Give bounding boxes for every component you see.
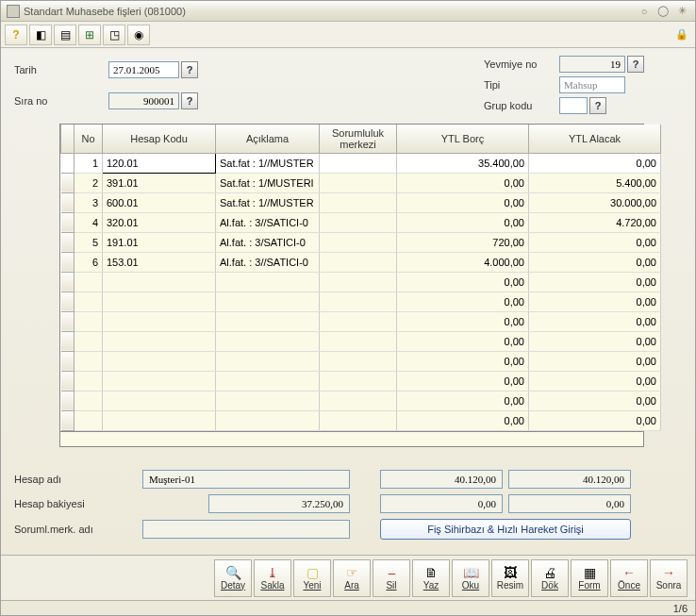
ara-button[interactable]: ☞Ara: [333, 559, 371, 597]
sil-button[interactable]: ‒Sil: [373, 559, 410, 597]
cell-no[interactable]: [75, 351, 103, 371]
row-selector[interactable]: [61, 351, 75, 371]
sirano-lookup-button[interactable]: ?: [181, 92, 198, 109]
col-hesap[interactable]: Hesap Kodu: [103, 125, 216, 153]
cell-borc[interactable]: 0,00: [397, 173, 529, 192]
sirano-input[interactable]: [108, 92, 179, 109]
table-row[interactable]: 0,000,00: [61, 291, 661, 311]
cell-hesap[interactable]: [103, 371, 216, 391]
cell-aciklama[interactable]: [216, 331, 320, 351]
cell-alacak[interactable]: 0,00: [529, 272, 661, 291]
cell-aciklama[interactable]: [216, 410, 320, 430]
cell-borc[interactable]: 0,00: [397, 351, 529, 371]
cell-aciklama[interactable]: Al.fat. : 3/SATICI-0: [216, 232, 320, 252]
cell-alacak[interactable]: 30.000,00: [529, 192, 661, 212]
row-selector[interactable]: [61, 232, 75, 252]
cell-borc[interactable]: 720,00: [397, 232, 529, 252]
row-selector[interactable]: [61, 371, 75, 391]
tipi-input[interactable]: [559, 76, 625, 93]
lock-icon[interactable]: 🔒: [672, 25, 691, 44]
cell-borc[interactable]: 0,00: [397, 371, 529, 391]
cell-hesap[interactable]: 600.01: [103, 192, 216, 212]
form-button[interactable]: ▦Form: [571, 559, 608, 597]
cell-alacak[interactable]: 0,00: [529, 410, 661, 430]
table-row[interactable]: 0,000,00: [61, 391, 661, 410]
cell-alacak[interactable]: 0,00: [529, 311, 661, 331]
cell-hesap[interactable]: [103, 272, 216, 291]
cell-no[interactable]: [75, 371, 103, 391]
cell-sorumluluk[interactable]: [320, 212, 397, 232]
tool-btn-5[interactable]: ◳: [103, 25, 125, 45]
tool-btn-6[interactable]: ◉: [127, 25, 150, 45]
close-icon[interactable]: ✳: [674, 4, 689, 19]
row-selector[interactable]: [61, 153, 75, 173]
wizard-button[interactable]: Fiş Sihirbazı & Hızlı Hareket Girişi: [380, 519, 631, 540]
table-row[interactable]: 0,000,00: [61, 410, 661, 430]
cell-hesap[interactable]: [103, 391, 216, 410]
sonra-button[interactable]: →Sonra: [650, 559, 688, 597]
entries-grid[interactable]: No Hesap Kodu Açıklama Sorumluluk merkez…: [59, 124, 644, 447]
table-row[interactable]: 4320.01Al.fat. : 3//SATICI-00,004.720,00: [61, 212, 661, 232]
cell-borc[interactable]: 0,00: [397, 331, 529, 351]
table-row[interactable]: 0,000,00: [61, 311, 661, 331]
cell-hesap[interactable]: 191.01: [103, 232, 216, 252]
cell-no[interactable]: 2: [75, 173, 103, 192]
cell-hesap[interactable]: 320.01: [103, 212, 216, 232]
row-selector[interactable]: [61, 173, 75, 192]
row-selector[interactable]: [61, 311, 75, 331]
cell-alacak[interactable]: 0,00: [529, 252, 661, 272]
cell-hesap[interactable]: 120.01: [103, 153, 216, 173]
cell-aciklama[interactable]: [216, 272, 320, 291]
table-row[interactable]: 0,000,00: [61, 272, 661, 291]
cell-sorumluluk[interactable]: [320, 192, 397, 212]
cell-sorumluluk[interactable]: [320, 371, 397, 391]
grup-lookup-button[interactable]: ?: [589, 97, 606, 114]
table-row[interactable]: 3600.01Sat.fat : 1//MUSTER0,0030.000,00: [61, 192, 661, 212]
cell-borc[interactable]: 0,00: [397, 272, 529, 291]
yevmiye-input[interactable]: [559, 56, 625, 73]
cell-alacak[interactable]: 0,00: [529, 331, 661, 351]
maximize-icon[interactable]: ◯: [655, 4, 671, 19]
table-row[interactable]: 0,000,00: [61, 351, 661, 371]
cell-sorumluluk[interactable]: [320, 331, 397, 351]
cell-sorumluluk[interactable]: [320, 291, 397, 311]
cell-alacak[interactable]: 0,00: [529, 153, 661, 173]
cell-hesap[interactable]: [103, 351, 216, 371]
cell-sorumluluk[interactable]: [320, 153, 397, 173]
cell-borc[interactable]: 0,00: [397, 192, 529, 212]
table-row[interactable]: 1120.01Sat.fat : 1//MUSTER35.400,000,00: [61, 153, 661, 173]
cell-borc[interactable]: 0,00: [397, 291, 529, 311]
cell-no[interactable]: [75, 291, 103, 311]
row-selector[interactable]: [61, 192, 75, 212]
row-selector[interactable]: [61, 212, 75, 232]
cell-no[interactable]: [75, 331, 103, 351]
col-alacak[interactable]: YTL Alacak: [529, 125, 661, 153]
oku-button[interactable]: 📖Oku: [452, 559, 489, 597]
cell-aciklama[interactable]: Al.fat. : 3//SATICI-0: [216, 252, 320, 272]
cell-no[interactable]: 5: [75, 232, 103, 252]
row-selector[interactable]: [61, 252, 75, 272]
minimize-icon[interactable]: ○: [637, 4, 652, 19]
cell-alacak[interactable]: 4.720,00: [529, 212, 661, 232]
col-sorumluluk[interactable]: Sorumluluk merkezi: [320, 125, 397, 153]
cell-aciklama[interactable]: Sat.fat : 1/MUSTERI: [216, 173, 320, 192]
cell-sorumluluk[interactable]: [320, 391, 397, 410]
cell-aciklama[interactable]: [216, 311, 320, 331]
cell-hesap[interactable]: [103, 291, 216, 311]
cell-hesap[interactable]: [103, 311, 216, 331]
cell-borc[interactable]: 35.400,00: [397, 153, 529, 173]
cell-sorumluluk[interactable]: [320, 351, 397, 371]
cell-no[interactable]: 6: [75, 252, 103, 272]
grup-input[interactable]: [559, 97, 588, 114]
cell-no[interactable]: [75, 311, 103, 331]
cell-aciklama[interactable]: [216, 351, 320, 371]
cell-alacak[interactable]: 0,00: [529, 391, 661, 410]
cell-aciklama[interactable]: Al.fat. : 3//SATICI-0: [216, 212, 320, 232]
row-selector[interactable]: [61, 391, 75, 410]
cell-borc[interactable]: 0,00: [397, 391, 529, 410]
yevmiye-lookup-button[interactable]: ?: [627, 56, 644, 73]
cell-aciklama[interactable]: [216, 371, 320, 391]
table-row[interactable]: 6153.01Al.fat. : 3//SATICI-04.000,000,00: [61, 252, 661, 272]
cell-aciklama[interactable]: [216, 391, 320, 410]
col-no[interactable]: No: [75, 125, 103, 153]
